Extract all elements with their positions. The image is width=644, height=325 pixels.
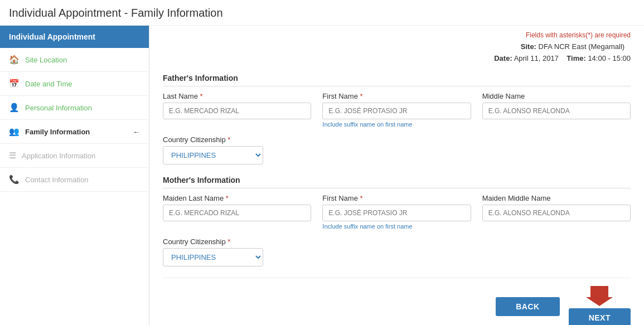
- fathers-middle-name-label: Middle Name: [482, 92, 631, 100]
- date-label: Date:: [494, 54, 512, 62]
- button-row: BACK NEXT: [163, 278, 631, 325]
- mothers-first-name-input[interactable]: [322, 205, 471, 221]
- sidebar-item-label: Date and Time: [25, 80, 72, 88]
- page-title: Individual Appointment - Family Informat…: [0, 0, 644, 26]
- down-arrow-icon: [586, 286, 613, 306]
- next-button-container: NEXT: [569, 286, 631, 325]
- mothers-section-title: Mother's Information: [163, 176, 631, 188]
- mothers-maiden-last-name-group: Maiden Last Name *: [163, 194, 311, 230]
- sidebar-item-label: Family Information: [25, 128, 90, 136]
- mothers-first-name-group: First Name * Include suffix name on firs…: [322, 194, 471, 230]
- mothers-first-name-label: First Name *: [322, 194, 471, 202]
- fathers-country-select[interactable]: PHILIPPINES: [163, 146, 263, 164]
- fathers-last-name-group: Last Name *: [163, 92, 311, 128]
- mothers-maiden-middle-name-label: Maiden Middle Name: [482, 194, 631, 202]
- sidebar-item-date-time[interactable]: 📅 Date and Time: [0, 72, 149, 96]
- people-icon: 👥: [9, 127, 20, 137]
- site-info: Site: DFA NCR East (Megamall) Date: Apri…: [163, 41, 631, 65]
- fathers-country-group: Country Citizenship * PHILIPPINES: [163, 135, 274, 164]
- person-icon: 👤: [9, 103, 20, 113]
- fathers-middle-name-input[interactable]: [482, 103, 631, 119]
- sidebar-item-family-info[interactable]: 👥 Family Information ←: [0, 120, 149, 144]
- fathers-first-name-input[interactable]: [322, 103, 471, 119]
- mothers-first-name-hint: Include suffix name on first name: [322, 223, 471, 230]
- calendar-icon: 📅: [9, 79, 20, 89]
- fathers-citizenship-row: Country Citizenship * PHILIPPINES: [163, 135, 631, 164]
- mothers-country-label: Country Citizenship *: [163, 237, 274, 246]
- sidebar-item-label: Contact Information: [25, 176, 88, 184]
- site-value: DFA NCR East (Megamall): [539, 42, 625, 51]
- mothers-maiden-last-name-label: Maiden Last Name *: [163, 194, 311, 202]
- fathers-information-section: Father's Information Last Name * First N…: [163, 74, 631, 164]
- required-fields-notice: Fields with asterisks(*) are required: [163, 26, 631, 41]
- fathers-first-name-hint: Include suffix name on first name: [322, 121, 471, 128]
- mothers-information-section: Mother's Information Maiden Last Name * …: [163, 176, 631, 266]
- fathers-name-row: Last Name * First Name * Include suffix …: [163, 92, 631, 128]
- mothers-country-group: Country Citizenship * PHILIPPINES: [163, 237, 274, 266]
- fathers-last-name-label: Last Name *: [163, 92, 311, 100]
- site-label: Site:: [521, 42, 536, 51]
- home-icon: 🏠: [9, 55, 20, 65]
- sidebar-item-site-location[interactable]: 🏠 Site Location: [0, 48, 149, 72]
- time-label: Time:: [566, 54, 585, 62]
- sidebar-item-label: Application Information: [22, 152, 95, 160]
- main-content: Fields with asterisks(*) are required Si…: [149, 26, 644, 325]
- back-button[interactable]: BACK: [496, 297, 559, 316]
- mothers-citizenship-row: Country Citizenship * PHILIPPINES: [163, 237, 631, 266]
- sidebar-item-application-info: ☰ Application Information: [0, 144, 149, 168]
- sidebar-item-personal-info[interactable]: 👤 Personal Information: [0, 96, 149, 120]
- date-value: April 11, 2017: [514, 54, 559, 62]
- next-button[interactable]: NEXT: [569, 308, 631, 325]
- sidebar-header[interactable]: Individual Appointment: [0, 26, 149, 48]
- time-value: 14:00 - 15:00: [588, 54, 631, 62]
- sidebar: Individual Appointment 🏠 Site Location 📅…: [0, 26, 149, 325]
- sidebar-item-contact-info: 📞 Contact Information: [0, 168, 149, 192]
- sidebar-item-label: Personal Information: [25, 104, 92, 112]
- fathers-first-name-label: First Name *: [322, 92, 471, 100]
- arrow-right-icon: ←: [133, 128, 140, 136]
- fathers-middle-name-group: Middle Name: [482, 92, 631, 128]
- svg-marker-0: [586, 286, 613, 306]
- sidebar-item-label: Site Location: [25, 56, 67, 64]
- app-icon: ☰: [9, 151, 16, 161]
- mothers-maiden-middle-name-input[interactable]: [482, 205, 631, 221]
- phone-icon: 📞: [9, 174, 20, 185]
- fathers-section-title: Father's Information: [163, 74, 631, 86]
- fathers-first-name-group: First Name * Include suffix name on firs…: [322, 92, 471, 128]
- fathers-last-name-input[interactable]: [163, 103, 311, 119]
- sidebar-header-label: Individual Appointment: [9, 32, 95, 41]
- mothers-name-row: Maiden Last Name * First Name * Include …: [163, 194, 631, 230]
- mothers-maiden-last-name-input[interactable]: [163, 205, 311, 221]
- mothers-maiden-middle-name-group: Maiden Middle Name: [482, 194, 631, 230]
- fathers-country-label: Country Citizenship *: [163, 135, 274, 144]
- mothers-country-select[interactable]: PHILIPPINES: [163, 248, 263, 266]
